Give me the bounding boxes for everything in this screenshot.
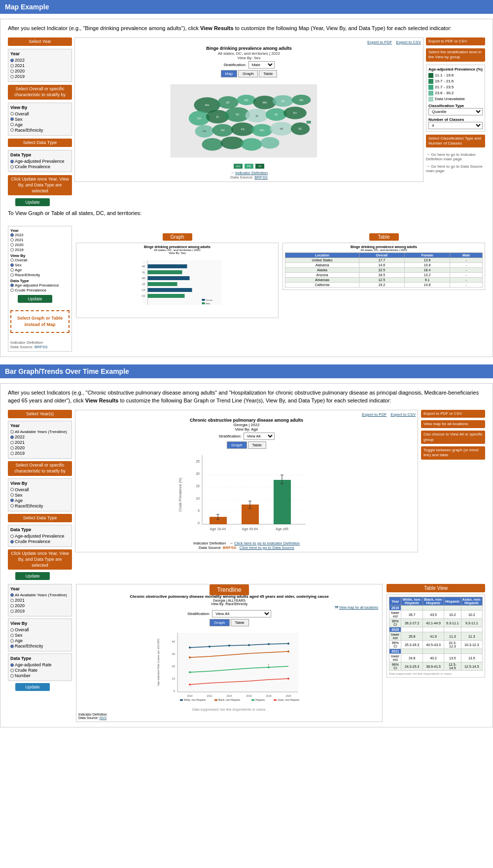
viewby-race[interactable]: Race/Ethnicity [10, 128, 70, 133]
svg-rect-81 [274, 480, 291, 524]
trendline-strat-select[interactable]: View All [212, 610, 271, 617]
mini-datatype-label: Data Type [10, 279, 70, 283]
year-2022[interactable]: 2022 [10, 58, 70, 63]
trendline-subtitle1: Georgia | ALLYEARS [78, 599, 380, 602]
trendline-tab-table[interactable]: Table [231, 619, 249, 626]
year-2019[interactable]: 2019 [10, 74, 70, 79]
svg-text:NV: NV [221, 129, 225, 132]
svg-rect-48 [148, 282, 177, 286]
bottom-panels-row: Year 2022 2021 2020 2019 View By Overall… [8, 226, 485, 351]
viewby-age[interactable]: Age [10, 122, 70, 127]
svg-text:MI: MI [275, 113, 278, 116]
tab-map[interactable]: Map [221, 70, 238, 77]
legend-item-1: 11.1 - 19.6 [428, 73, 483, 78]
legend-label-1: 11.1 - 19.6 [435, 73, 454, 77]
svg-text:ND: ND [245, 99, 248, 102]
table-row: Alaska 22.5 18.4 - [285, 268, 483, 273]
stratification-select[interactable]: Male Female Overall [248, 61, 275, 69]
to-view-text: To View Graph or Table of all states, DC… [8, 210, 485, 216]
bar-section-header: Bar Graph/Trends Over Time Example [0, 364, 493, 378]
year-control: Year 2022 2021 2020 201 [8, 49, 72, 82]
click-update-label: Click Update once Year, View By, and Dat… [8, 175, 72, 195]
bar-update-button[interactable]: Update [15, 572, 50, 580]
svg-point-106 [248, 644, 250, 646]
tab-table[interactable]: Table [259, 70, 277, 77]
indicator-definition-link[interactable]: Indicator Definition [235, 171, 268, 175]
bar-select-years-label: Select Year(s) [8, 410, 72, 419]
table-row: lower est 25.8 41.9 11.3 11.3 [389, 632, 483, 641]
bar-select-data-type-label: Select Data Type [8, 514, 72, 523]
data-source-label: Data Source: BRFSS [77, 175, 421, 180]
svg-point-103 [189, 647, 191, 649]
select-data-type-label: Select Data Type [8, 139, 72, 147]
svg-text:30: 30 [172, 652, 175, 655]
bar-strat-label: Stratification: [218, 434, 241, 438]
table-row: 99% CI 25.3-26.3 40.5-43.3 10.3-12.3 10.… [389, 641, 483, 649]
bar-export-csv[interactable]: Export to CSV [390, 412, 416, 417]
bar-stratification-select[interactable]: View All Age 18-44 Age 45-64 [244, 433, 275, 440]
tab-graph[interactable]: Graph [238, 70, 258, 77]
svg-text:2014: 2014 [226, 694, 232, 697]
bar-intro-text: After you select Indicators (e.g., "Chro… [8, 389, 485, 405]
classification-section: Classification Type Quantile Natural Bre… [428, 104, 483, 129]
trendline-tab-graph[interactable]: Graph [210, 619, 229, 626]
svg-rect-57 [202, 299, 205, 301]
bar-export-annotation: Export to PDF or CSV [421, 410, 485, 418]
svg-rect-47 [148, 276, 190, 280]
export-pdf-link[interactable]: Export to PDF [367, 40, 392, 44]
mini-update-btn[interactable]: Update [18, 295, 52, 303]
svg-rect-118 [214, 699, 217, 701]
graph-panel-wrapper: Graph Binge drinking prevalence among ad… [76, 233, 279, 351]
bar-footer-arrow: → Click here to go to Indicator Definiti… [229, 541, 300, 545]
year-2021[interactable]: 2021 [10, 63, 70, 68]
svg-text:Asian, non-Hispanic: Asian, non-Hispanic [278, 698, 300, 701]
svg-rect-116 [180, 699, 183, 701]
svg-text:Crude Prevalence (%): Crude Prevalence (%) [178, 477, 182, 511]
svg-text:Black, non-Hispanic: Black, non-Hispanic [218, 698, 241, 701]
table-header-overall: Overall [359, 253, 404, 258]
trendline-year-control: Year All Available Years (Trendline) 202… [8, 584, 72, 616]
bar-indicator-link[interactable]: Click here to go to Indicator Definition [234, 541, 300, 545]
bar-tab-graph[interactable]: Graph [227, 441, 246, 449]
datatype-adjusted[interactable]: Age-adjusted Prevalence [10, 159, 70, 164]
trendline-source-link[interactable]: NVS [100, 716, 106, 720]
svg-text:15: 15 [196, 484, 200, 488]
map-chart-subtitle2: View By: Sex [77, 56, 421, 60]
legend-color-3 [428, 85, 433, 90]
trendline-view-map: 🗺 View map for all locations [78, 606, 378, 609]
map-center: Export to PDF Export to CSV Binge drinki… [74, 37, 423, 182]
trendline-view-map-link[interactable]: View map for all locations [339, 606, 378, 609]
mini-table-panel: Binge drinking prevalence among adults A… [282, 243, 485, 290]
stratification-row: Stratification: Male Female Overall [77, 61, 421, 69]
svg-text:AZ: AZ [142, 283, 145, 286]
bar-tab-table[interactable]: Table [248, 441, 266, 449]
num-classes-select[interactable]: 4 3 5 [428, 122, 483, 129]
legend-item-5: Data Unavailable [428, 97, 483, 102]
mini-viewby-label: View By [10, 253, 70, 258]
bar-export-pdf[interactable]: Export to PDF [362, 412, 387, 417]
svg-text:VA: VA [280, 127, 283, 130]
year-2020[interactable]: 2020 [10, 69, 70, 73]
viewby-overall[interactable]: Overall [10, 111, 70, 116]
map-section-header: Map Example [0, 0, 493, 14]
svg-text:AR: AR [142, 277, 145, 280]
trendline-footer: Indicator Definition Data Source: NVS [78, 713, 380, 720]
svg-rect-45 [148, 264, 187, 268]
data-source-link[interactable]: BRFSS [254, 175, 268, 180]
svg-text:5: 5 [198, 509, 200, 512]
table-row: 2019 [389, 606, 483, 611]
view-by-control: View By Overall Sex Age [8, 103, 72, 136]
datatype-crude[interactable]: Crude Prevalence [10, 164, 70, 169]
svg-point-108 [287, 643, 289, 645]
bar-datasource-link[interactable]: Click here to go to Data Source [240, 545, 294, 550]
table-label: Table [369, 233, 399, 241]
bar-click-update-label: Click Update once Year, View By, and Dat… [8, 549, 72, 570]
table-row: 99% CI 24.3-25.3 38.9-41.5 12.5-14.5 12.… [389, 662, 483, 671]
indicator-def-link-label: → Indicator Definition [77, 171, 421, 175]
export-csv-link[interactable]: Export to CSV [396, 40, 421, 44]
trendline-update-btn[interactable]: Update [15, 683, 50, 691]
svg-rect-59 [202, 302, 205, 304]
viewby-sex[interactable]: Sex [10, 117, 70, 122]
update-button[interactable]: Update [15, 198, 50, 206]
classification-type-select[interactable]: Quantile Natural Breaks [428, 108, 483, 115]
